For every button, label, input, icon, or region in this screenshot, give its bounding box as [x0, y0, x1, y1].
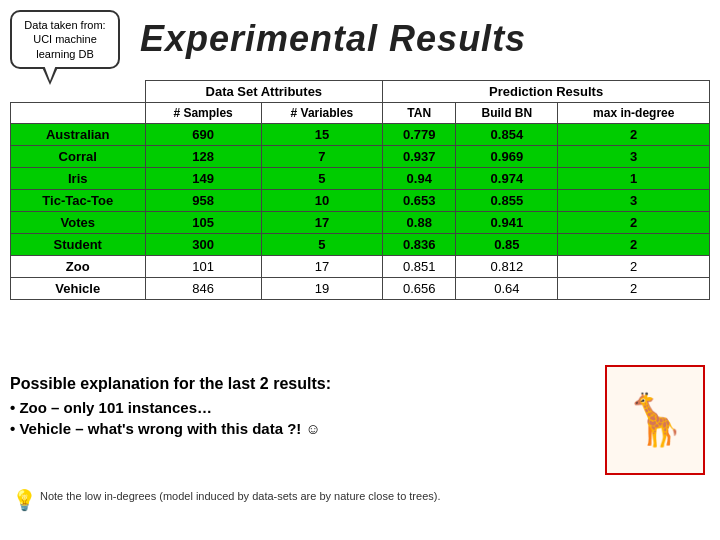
results-table: Data Set Attributes Prediction Results #… [10, 80, 710, 300]
note-section: 💡 Note the low in-degrees (model induced… [40, 490, 710, 502]
table-row: Australian690150.7790.8542 [11, 124, 710, 146]
table-row: Votes105170.880.9412 [11, 212, 710, 234]
col-header-name [11, 103, 146, 124]
col-header-maxdeg: max in-degree [558, 103, 710, 124]
col-header-tan: TAN [383, 103, 456, 124]
table-row: Zoo101170.8510.8122 [11, 256, 710, 278]
giraffe-image: 🦒 [605, 365, 705, 475]
col-header-variables: # Variables [261, 103, 383, 124]
giraffe-icon: 🦒 [624, 391, 686, 449]
speech-bubble: Data taken from: UCI machine learning DB [10, 10, 120, 69]
col-header-buildbn: Build BN [456, 103, 558, 124]
header-data-set-attributes: Data Set Attributes [145, 81, 383, 103]
table-row: Tic-Tac-Toe958100.6530.8553 [11, 190, 710, 212]
lightbulb-icon: 💡 [12, 488, 37, 512]
note-text: Note the low in-degrees (model induced b… [40, 490, 441, 502]
col-header-samples: # Samples [145, 103, 261, 124]
table-header-row-2: # Samples # Variables TAN Build BN max i… [11, 103, 710, 124]
table-row: Student30050.8360.852 [11, 234, 710, 256]
table-row: Iris14950.940.9741 [11, 168, 710, 190]
table-row: Corral12870.9370.9693 [11, 146, 710, 168]
speech-bubble-line3: learning DB [36, 48, 93, 60]
header-empty [11, 81, 146, 103]
table-row: Vehicle846190.6560.642 [11, 278, 710, 300]
page-title: Experimental Results [140, 18, 710, 60]
speech-bubble-line1: Data taken from: [24, 19, 105, 31]
table-header-row-1: Data Set Attributes Prediction Results [11, 81, 710, 103]
results-table-container: Data Set Attributes Prediction Results #… [10, 80, 710, 300]
table-body: Australian690150.7790.8542Corral12870.93… [11, 124, 710, 300]
header-prediction-results: Prediction Results [383, 81, 710, 103]
speech-bubble-line2: UCI machine [33, 33, 97, 45]
